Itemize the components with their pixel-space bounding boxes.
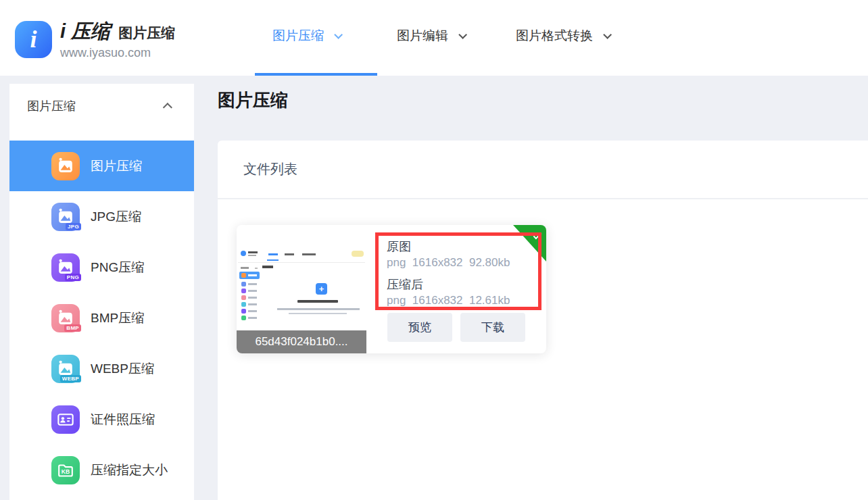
preview-button[interactable]: 预览 (387, 313, 452, 342)
mini-logo-icon (241, 251, 246, 256)
file-card: + 65d43f024b1b0.... 原图 png 1616x832 92.8… (237, 225, 546, 353)
sidebar-item-png[interactable]: PNG PNG压缩 (9, 242, 194, 293)
chevron-down-icon (458, 30, 467, 39)
logo-text: i 压缩 图片压缩 www.iyasuo.com (60, 18, 175, 60)
sidebar: 图片压缩 图片压缩 JPG JPG压缩 (9, 84, 194, 500)
original-label: 原图 (387, 239, 538, 255)
nav-label: 图片格式转换 (516, 27, 593, 45)
nav-label: 图片编辑 (397, 27, 448, 45)
id-card-icon (51, 405, 80, 434)
file-thumbnail[interactable]: + 65d43f024b1b0.... (237, 225, 366, 353)
highlight-box: 原图 png 1616x832 92.80kb 压缩后 png 1616x832… (375, 232, 541, 310)
sidebar-item-idphoto[interactable]: 证件照压缩 (9, 394, 194, 445)
photo-icon: BMP (51, 304, 80, 332)
card-actions: 预览 下载 (387, 313, 525, 342)
sidebar-item-jpg[interactable]: JPG JPG压缩 (9, 191, 194, 242)
compressed-info: png 1616x832 12.61kb (387, 293, 538, 308)
sidebar-item-bmp[interactable]: BMP BMP压缩 (9, 293, 194, 343)
photo-icon (51, 152, 80, 180)
nav-item-image-compress[interactable]: 图片压缩 (272, 27, 340, 45)
sidebar-list: 图片压缩 JPG JPG压缩 PNG PNG压缩 BMP (9, 141, 194, 495)
panel-header: 文件列表 (218, 141, 868, 199)
photo-icon: PNG (51, 253, 80, 282)
sidebar-group-title: 图片压缩 (27, 98, 166, 114)
download-button[interactable]: 下载 (460, 313, 525, 342)
app-window: i i 压缩 图片压缩 www.iyasuo.com 图片压缩 图片编辑 图片格… (0, 0, 868, 500)
file-name: 65d43f024b1b0.... (237, 330, 366, 353)
photo-icon: JPG (51, 203, 80, 231)
page-title: 图片压缩 (218, 89, 288, 112)
mini-upload-plus: + (316, 283, 327, 295)
sidebar-item-target-size[interactable]: KB 压缩指定大小 (9, 445, 194, 495)
sidebar-item-image-compress[interactable]: 图片压缩 (9, 141, 194, 191)
header: i i 压缩 图片压缩 www.iyasuo.com 图片压缩 图片编辑 图片格… (0, 0, 868, 76)
active-nav-indicator (255, 73, 377, 76)
file-list-panel: 文件列表 (218, 141, 868, 500)
nav-item-format-convert[interactable]: 图片格式转换 (516, 27, 609, 45)
logo[interactable]: i i 压缩 图片压缩 www.iyasuo.com (15, 18, 175, 60)
chevron-down-icon (334, 30, 343, 39)
nav-item-image-edit[interactable]: 图片编辑 (397, 27, 464, 45)
sidebar-item-webp[interactable]: WEBP WEBP压缩 (9, 343, 194, 394)
thumbnail-preview: + (238, 248, 365, 324)
logo-icon: i (15, 21, 52, 58)
brand-domain: www.iyasuo.com (60, 46, 175, 60)
svg-text:KB: KB (62, 468, 70, 475)
brand-name: i 压缩 (60, 18, 110, 45)
panel-title: 文件列表 (243, 160, 297, 178)
compressed-label: 压缩后 (387, 276, 538, 293)
kb-folder-icon: KB (51, 456, 80, 484)
chevron-down-icon (603, 30, 612, 39)
nav-label: 图片压缩 (272, 27, 324, 45)
brand-tagline: 图片压缩 (118, 24, 175, 43)
photo-icon: WEBP (51, 355, 80, 383)
original-info: png 1616x832 92.80kb (387, 255, 538, 270)
sidebar-group-header[interactable]: 图片压缩 (9, 84, 194, 128)
